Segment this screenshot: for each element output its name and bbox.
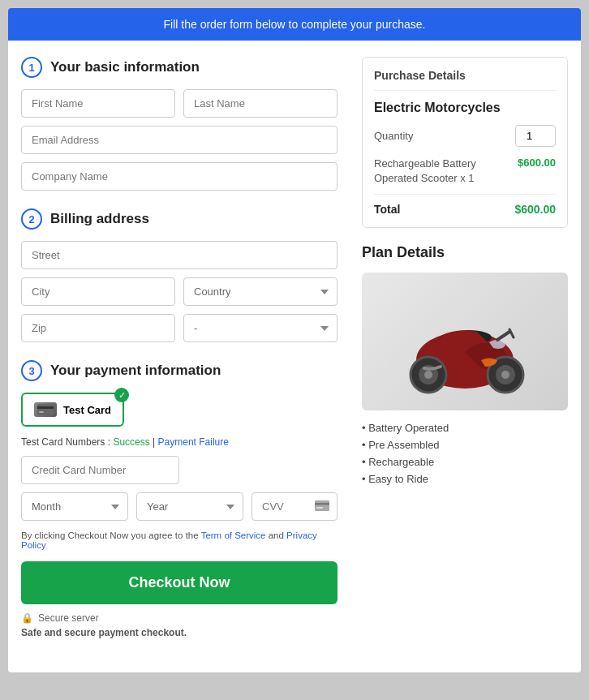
section2-title: Billing address [50,211,149,227]
company-input[interactable] [21,162,337,191]
section2-header: 2 Billing address [21,208,337,230]
svg-rect-5 [316,507,323,509]
tos-text: By clicking Checkout Now you agree to th… [21,530,337,550]
page-wrapper: Fill the order form below to complete yo… [8,8,581,672]
street-row [21,241,337,269]
step3-circle: 3 [21,360,42,381]
payment-method-box[interactable]: Test Card ✓ [21,393,124,427]
country-select[interactable]: Country [183,277,337,306]
section1-title: Your basic information [50,59,200,75]
svg-rect-1 [37,406,54,409]
purchase-details-box: Purchase Details Electric Motorcycles Qu… [362,57,568,228]
section-billing: 2 Billing address Country - [21,208,337,342]
year-select[interactable]: Year 202420252026 20272028 [136,492,243,521]
feature-item: Rechargeable [362,456,568,468]
item-name: Rechargeable Battery Operated Scooter x … [374,157,518,186]
street-input[interactable] [21,241,337,269]
banner-text: Fill the order form below to complete yo… [164,18,426,31]
email-row [21,126,337,154]
plan-details-section: Plan Details [362,244,568,485]
tos-prefix: By clicking Checkout Now you agree to th… [21,530,199,540]
test-card-info: Test Card Numbers : Success | Payment Fa… [21,436,337,448]
feature-item: Easy to Ride [362,473,568,485]
item-row: Rechargeable Battery Operated Scooter x … [374,157,556,195]
state-select[interactable]: - [183,314,337,342]
first-name-input[interactable] [21,89,175,118]
main-content: 1 Your basic information [8,41,581,672]
step1-circle: 1 [21,57,42,78]
total-row: Total $600.00 [374,203,556,216]
secure-info: 🔒 Secure server [21,612,337,624]
feature-item: Pre Assembled [362,439,568,451]
total-price: $600.00 [514,203,556,216]
cvv-wrap [252,492,337,521]
left-panel: 1 Your basic information [21,57,354,656]
total-label: Total [374,203,400,216]
name-row [21,89,337,118]
last-name-input[interactable] [183,89,337,118]
svg-rect-3 [315,500,329,511]
quantity-label: Quantity [374,130,413,142]
svg-line-14 [497,332,509,340]
cc-number-row [21,456,337,484]
zip-input[interactable] [21,314,175,342]
tos-link[interactable]: Term of Service [201,530,266,540]
section-payment: 3 Your payment information Test Card ✓ [21,360,337,638]
scooter-image [362,273,568,410]
section1-header: 1 Your basic information [21,57,337,78]
section3-title: Your payment information [50,363,221,379]
svg-point-10 [501,371,509,379]
email-input[interactable] [21,126,337,154]
secure-label: Secure server [38,612,99,624]
test-card-prefix: Test Card Numbers : [21,436,110,448]
expiry-cvv-row: Month 010203 040506 070809 101112 Year 2… [21,492,337,521]
plan-details-title: Plan Details [362,244,568,261]
credit-card-svg [37,404,54,415]
top-banner: Fill the order form below to complete yo… [8,8,581,41]
company-row [21,162,337,191]
city-country-row: Country [21,277,337,306]
test-success-link[interactable]: Success [113,436,149,448]
svg-rect-2 [39,411,44,413]
month-select[interactable]: Month 010203 040506 070809 101112 [21,492,128,521]
checkout-button[interactable]: Checkout Now [21,561,337,604]
check-badge: ✓ [114,388,129,402]
card-icon [34,402,57,417]
svg-rect-4 [315,503,329,505]
city-input[interactable] [21,277,175,306]
quantity-input[interactable] [515,125,556,147]
zip-state-row: - [21,314,337,342]
scooter-svg [384,279,546,405]
section-basic-info: 1 Your basic information [21,57,337,191]
item-price: $600.00 [518,157,556,169]
section3-header: 3 Your payment information [21,360,337,381]
test-failure-link[interactable]: Payment Failure [158,436,229,448]
svg-line-15 [509,329,514,337]
lock-icon: 🔒 [21,612,33,624]
right-panel: Purchase Details Electric Motorcycles Qu… [354,57,568,656]
safe-text: Safe and secure payment checkout. [21,627,337,638]
feature-item: Battery Operated [362,422,568,434]
payment-method-label: Test Card [63,404,111,416]
step2-circle: 2 [21,208,42,230]
product-name: Electric Motorcycles [374,101,556,115]
cvv-card-icon [315,500,329,514]
quantity-row: Quantity [374,125,556,147]
svg-rect-0 [37,404,54,415]
purchase-box-title: Purchase Details [374,69,556,91]
features-list: Battery OperatedPre AssembledRechargeabl… [362,422,568,485]
cc-number-input[interactable] [21,456,179,484]
svg-point-13 [424,371,432,379]
tos-mid: and [269,530,284,540]
